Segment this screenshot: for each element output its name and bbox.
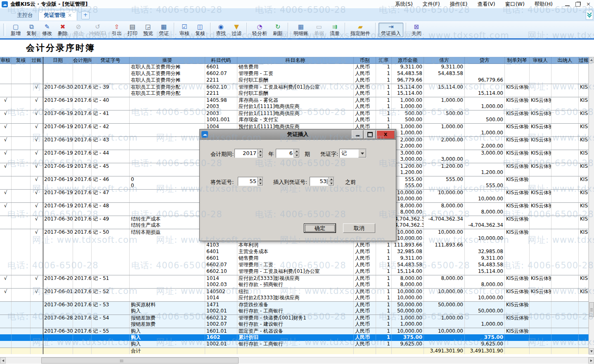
cell-auditor[interactable] — [530, 341, 551, 348]
cell-date[interactable]: 2017-06-30 — [43, 84, 73, 90]
cell-cashier[interactable] — [551, 183, 579, 189]
cell-amount[interactable]: 10,000.00 — [392, 289, 424, 295]
cell-debit[interactable]: 9,311.00 — [424, 64, 465, 70]
toolbar-print-button[interactable]: ▤打印 — [125, 23, 140, 37]
cell-poster[interactable]: KIS云体验 — [579, 275, 589, 282]
cell-period[interactable]: 2017.6 — [73, 275, 92, 282]
cell-debit[interactable]: 10,000.00 — [424, 229, 465, 235]
cell-debit[interactable]: 8,000.00 — [424, 203, 465, 209]
cell-preparer[interactable] — [505, 169, 530, 176]
cell-preparer[interactable]: KIS云体验 — [505, 302, 530, 308]
toolbar-review-button[interactable]: ◫复核 — [193, 23, 208, 37]
toolbar-modify-button[interactable]: ✎修改 — [40, 23, 54, 37]
cell-summary[interactable] — [130, 255, 205, 262]
column-header-vno[interactable]: 凭证字号 — [92, 57, 130, 64]
cell-period[interactable]: 2017.6 — [73, 84, 92, 90]
cell-audit[interactable] — [0, 130, 12, 136]
cell-poster[interactable]: KIS云体验 — [579, 203, 589, 209]
cell-preparer[interactable] — [505, 262, 530, 268]
cell-preparer[interactable] — [505, 249, 530, 255]
cell-cashier[interactable] — [551, 308, 579, 315]
cell-rate[interactable]: 1 — [376, 84, 392, 90]
cell-poster[interactable] — [579, 302, 589, 308]
cell-cashier[interactable] — [551, 150, 579, 156]
cell-auditor[interactable] — [530, 64, 551, 70]
cell-cashier[interactable] — [551, 235, 579, 242]
cell-debit[interactable]: 10,000.00 — [424, 328, 465, 334]
cell-preparer[interactable]: KIS云体验 — [505, 84, 530, 90]
menu-item-0[interactable]: 系统(S) — [395, 1, 413, 8]
column-header-preparer[interactable]: 制单刘琴 — [505, 57, 530, 64]
cell-audit[interactable]: √ — [0, 163, 12, 169]
cell-name[interactable]: 累计折旧 — [237, 334, 354, 341]
cell-post[interactable] — [31, 130, 43, 136]
cell-vno[interactable] — [92, 209, 130, 216]
cell-vno[interactable] — [92, 321, 130, 328]
cell-review[interactable] — [12, 176, 31, 183]
cell-audit[interactable] — [0, 341, 12, 348]
cell-cashier[interactable] — [551, 268, 579, 275]
cell-amount[interactable]: 50,000.00 — [392, 302, 424, 308]
cell-credit[interactable]: 555.00 — [465, 183, 505, 189]
cell-credit[interactable]: 1,000.00 — [465, 321, 505, 328]
cell-credit[interactable] — [465, 328, 505, 334]
cell-period[interactable] — [73, 183, 92, 189]
cell-summary[interactable] — [130, 130, 205, 136]
cell-vno[interactable]: 记 - 49 — [92, 216, 130, 222]
cell-credit[interactable]: 1,000.00 — [465, 103, 505, 110]
cell-code[interactable]: 6601 — [205, 64, 237, 70]
cell-period[interactable] — [73, 209, 92, 216]
cell-review[interactable] — [12, 130, 31, 136]
cell-date[interactable]: 2017-06-20 — [43, 275, 73, 282]
cell-audit[interactable] — [0, 209, 12, 216]
cell-amount[interactable]: 10,000.00 — [392, 229, 424, 235]
cell-review[interactable] — [12, 255, 31, 262]
cell-auditor[interactable] — [530, 176, 551, 183]
cell-rate[interactable]: 1 — [376, 90, 392, 97]
period-value[interactable]: 6 — [276, 149, 293, 157]
cell-credit[interactable] — [465, 124, 505, 130]
cell-post[interactable]: √ — [31, 137, 43, 143]
cell-review[interactable] — [12, 97, 31, 103]
cell-code[interactable]: 1601.01 — [205, 328, 237, 334]
cell-poster[interactable]: KIS云体验 — [579, 289, 589, 295]
cell-currency[interactable]: 人民币 — [354, 308, 376, 315]
cell-cashier[interactable] — [551, 176, 579, 183]
cell-credit[interactable]: -4,704,362.34 — [465, 222, 505, 229]
cell-auditor[interactable] — [530, 242, 551, 249]
cell-date[interactable] — [43, 268, 73, 275]
table-row[interactable]: 在职员工工资费用分配2211应付职工薪酬人民币115,114.0015,114.… — [0, 90, 589, 97]
cell-date[interactable] — [43, 143, 73, 150]
column-header-debit[interactable]: 借方 — [424, 57, 465, 64]
table-row[interactable]: 6601销售费用人民币19,311.009,311.00 — [0, 255, 589, 262]
cell-credit[interactable] — [465, 315, 505, 321]
cell-poster[interactable] — [579, 268, 589, 275]
cell-review[interactable] — [12, 268, 31, 275]
cell-date[interactable]: 2017-06-19 — [43, 176, 73, 183]
cell-summary[interactable]: 购入 — [130, 308, 205, 315]
cell-post[interactable] — [31, 169, 43, 176]
vertical-scrollbar[interactable] — [589, 57, 594, 355]
cell-preparer[interactable] — [505, 209, 530, 216]
cell-rate[interactable]: 1 — [376, 328, 392, 334]
cell-date[interactable] — [43, 209, 73, 216]
table-row[interactable]: √2017-06-302017.6记 - 39在职员工工资费用分配6602.10… — [0, 84, 589, 90]
cell-debit[interactable]: 2,000.00 — [424, 137, 465, 143]
column-header-period[interactable]: 会计期间 — [73, 57, 92, 64]
cell-audit[interactable] — [0, 183, 12, 189]
cell-amount[interactable]: 8,000.00 — [392, 275, 424, 282]
cell-name[interactable]: 应付款1/[1111]电商供应商 — [237, 103, 354, 110]
cell-summary[interactable] — [130, 282, 205, 288]
cell-date[interactable]: 2017-06-28 — [43, 315, 73, 321]
cell-preparer[interactable] — [505, 334, 530, 341]
cell-period[interactable]: 2017.6 — [73, 289, 92, 295]
cell-preparer[interactable] — [505, 242, 530, 249]
cell-post[interactable] — [31, 249, 43, 255]
cell-post[interactable] — [31, 348, 43, 354]
cell-post[interactable] — [31, 334, 43, 341]
toolbar-close-button[interactable]: ⊠关闭 — [409, 23, 424, 37]
cell-poster[interactable]: KIS云体验 — [579, 163, 589, 169]
cell-credit[interactable] — [465, 176, 505, 183]
cell-cashier[interactable] — [551, 117, 579, 123]
cell-poster[interactable] — [579, 117, 589, 123]
